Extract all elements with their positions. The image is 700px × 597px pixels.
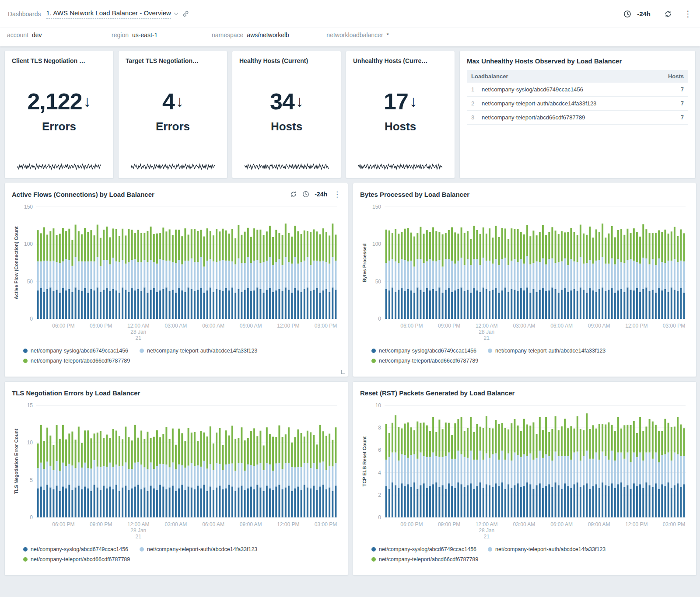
chart-legend: net/company-syslog/abcd6749ccac1456net/c… xyxy=(12,542,341,562)
chart-title: Active Flows (Connections) by Load Balan… xyxy=(12,191,154,198)
svg-text:21: 21 xyxy=(484,534,490,540)
legend-item[interactable]: net/company-syslog/abcd6749ccac1456 xyxy=(371,546,476,552)
svg-text:06:00 AM: 06:00 AM xyxy=(550,323,573,329)
svg-text:TLS Negotiation Error Count: TLS Negotiation Error Count xyxy=(14,429,19,494)
sparkline xyxy=(353,161,448,173)
kpi-card-target-tls-errors: Target TLS Negotiation… 4↓ Errors xyxy=(118,51,228,178)
legend-label: net/company-teleport-auth/abcdce14fa33f1… xyxy=(495,348,606,354)
legend-item[interactable]: net/company-teleport-auth/abcdce14fa33f1… xyxy=(488,348,606,354)
stacked-bar-chart-rst-packets: 0246810TCP ELB Reset Count06:00 PM09:00 … xyxy=(360,399,689,542)
legend-dot xyxy=(371,359,376,363)
legend-label: net/company-teleport-auth/abcdce14fa33f1… xyxy=(147,546,257,552)
legend-item[interactable]: net/company-teleport/abcd66cdf6787789 xyxy=(23,358,130,364)
svg-text:09:00 PM: 09:00 PM xyxy=(438,521,460,527)
share-link-icon[interactable] xyxy=(182,10,189,17)
stacked-bar-chart-active-flows: 050100150Active Flow (Connection) Count0… xyxy=(12,201,341,343)
column-header-hosts[interactable]: Hosts xyxy=(653,70,688,83)
filter-label: networkloadbalancer xyxy=(326,31,383,38)
svg-text:28 Jan: 28 Jan xyxy=(130,527,146,534)
panel-clock-icon[interactable] xyxy=(302,191,309,198)
table-row[interactable]: 1net/company-syslog/abcd6749ccac14567 xyxy=(467,83,688,97)
table-row[interactable]: 2net/company-teleport-auth/abcdce14fa33f… xyxy=(467,97,688,111)
svg-text:12:00 PM: 12:00 PM xyxy=(277,323,299,329)
legend-item[interactable]: net/company-teleport/abcd66cdf6787789 xyxy=(371,358,478,364)
filter-value-namespace[interactable]: aws/networkelb xyxy=(247,31,312,40)
table-row[interactable]: 3net/company-teleport/abcd66cdf67877897 xyxy=(467,111,688,125)
svg-text:50: 50 xyxy=(375,279,382,285)
legend-dot xyxy=(23,359,28,363)
panel-time-range-label[interactable]: -24h xyxy=(315,191,327,198)
breadcrumb-dashboards[interactable]: Dashboards xyxy=(8,10,41,17)
refresh-icon[interactable] xyxy=(664,10,672,18)
time-range-label[interactable]: -24h xyxy=(637,10,651,17)
kpi-card-client-tls-errors: Client TLS Negotiation … 2,122↓ Errors xyxy=(4,51,114,178)
legend-item[interactable]: net/company-teleport/abcd66cdf6787789 xyxy=(371,556,478,562)
legend-item[interactable]: net/company-teleport-auth/abcdce14fa33f1… xyxy=(140,546,257,552)
legend-item[interactable]: net/company-teleport-auth/abcdce14fa33f1… xyxy=(488,546,606,552)
svg-text:150: 150 xyxy=(24,204,33,210)
trend-down-icon: ↓ xyxy=(296,92,303,111)
svg-text:03:00 AM: 03:00 AM xyxy=(165,521,187,527)
legend-item[interactable]: net/company-syslog/abcd6749ccac1456 xyxy=(23,348,128,354)
sparkline xyxy=(12,161,106,173)
chart-panel-tls-errors: TLS Negotiation Errors by Load Balancer … xyxy=(4,381,348,576)
svg-text:4: 4 xyxy=(378,470,381,476)
row-index: 1 xyxy=(467,83,477,97)
top-bar-actions: -24h ⋮ xyxy=(623,10,692,18)
loadbalancer-name: net/company-teleport-auth/abcdce14fa33f1… xyxy=(477,97,653,111)
kpi-body: 17↓ Hosts xyxy=(353,61,448,161)
kpi-value: 34 xyxy=(270,88,294,115)
dashboard-content: Client TLS Negotiation … 2,122↓ Errors T… xyxy=(0,46,700,580)
resize-handle[interactable] xyxy=(341,370,345,374)
panel-refresh-icon[interactable] xyxy=(290,191,297,198)
legend-item[interactable]: net/company-syslog/abcd6749ccac1456 xyxy=(23,546,128,552)
svg-text:0: 0 xyxy=(30,514,33,520)
svg-text:TCP ELB Reset Count: TCP ELB Reset Count xyxy=(362,436,367,486)
sparkline xyxy=(239,161,334,173)
kpi-body: 4↓ Errors xyxy=(126,61,220,161)
trend-down-icon: ↓ xyxy=(410,92,417,111)
kpi-unit: Errors xyxy=(42,120,76,133)
filter-value-networkloadbalancer[interactable]: * xyxy=(387,31,452,40)
svg-text:03:00 AM: 03:00 AM xyxy=(513,521,536,527)
chart-title: TLS Negotiation Errors by Load Balancer xyxy=(12,389,140,397)
kpi-body: 34↓ Hosts xyxy=(239,61,334,161)
kpi-unit: Hosts xyxy=(385,120,416,133)
legend-item[interactable]: net/company-teleport/abcd66cdf6787789 xyxy=(23,556,130,562)
hosts-table: Loadbalancer Hosts 1net/company-syslog/a… xyxy=(467,70,688,125)
filter-value-account[interactable]: dev xyxy=(32,31,98,40)
filter-label: region xyxy=(112,31,129,38)
legend-dot xyxy=(140,547,144,552)
svg-text:150: 150 xyxy=(372,204,381,210)
legend-item[interactable]: net/company-teleport-auth/abcdce14fa33f1… xyxy=(140,348,257,354)
legend-item[interactable]: net/company-syslog/abcd6749ccac1456 xyxy=(371,348,476,354)
hosts-count: 7 xyxy=(653,97,688,111)
column-header-loadbalancer[interactable]: Loadbalancer xyxy=(467,70,653,83)
svg-text:06:00 PM: 06:00 PM xyxy=(400,323,423,329)
top-bar: Dashboards 1. AWS Network Load Balancer … xyxy=(0,0,700,28)
legend-label: net/company-teleport-auth/abcdce14fa33f1… xyxy=(147,348,257,354)
panel-kebab-icon[interactable]: ⋮ xyxy=(333,191,341,198)
svg-text:06:00 PM: 06:00 PM xyxy=(52,323,74,329)
legend-dot xyxy=(23,349,28,353)
legend-dot xyxy=(371,547,376,552)
clock-icon[interactable] xyxy=(623,10,631,18)
svg-text:12:00 PM: 12:00 PM xyxy=(625,323,648,329)
svg-text:50: 50 xyxy=(27,279,33,285)
dashboard-title-dropdown[interactable]: 1. AWS Network Load Balancer - Overview xyxy=(46,9,178,19)
kpi-unit: Errors xyxy=(156,120,190,133)
filter-value-region[interactable]: us-east-1 xyxy=(132,31,198,40)
kpi-card-healthy-hosts: Healthy Hosts (Current) 34↓ Hosts xyxy=(232,51,341,178)
svg-text:03:00 PM: 03:00 PM xyxy=(663,521,685,527)
kpi-unit: Hosts xyxy=(271,120,302,133)
svg-text:09:00 PM: 09:00 PM xyxy=(90,323,112,329)
hosts-count: 7 xyxy=(653,111,688,125)
svg-text:0: 0 xyxy=(378,316,381,322)
kpi-card-unhealthy-hosts: Unhealthy Hosts (Curre… 17↓ Hosts xyxy=(346,51,455,178)
legend-dot xyxy=(23,557,28,562)
legend-label: net/company-syslog/abcd6749ccac1456 xyxy=(379,348,476,354)
kebab-menu-icon[interactable]: ⋮ xyxy=(684,10,692,18)
svg-text:5: 5 xyxy=(30,477,33,483)
svg-text:Bytes Processed: Bytes Processed xyxy=(362,244,367,283)
svg-text:03:00 PM: 03:00 PM xyxy=(315,323,337,329)
